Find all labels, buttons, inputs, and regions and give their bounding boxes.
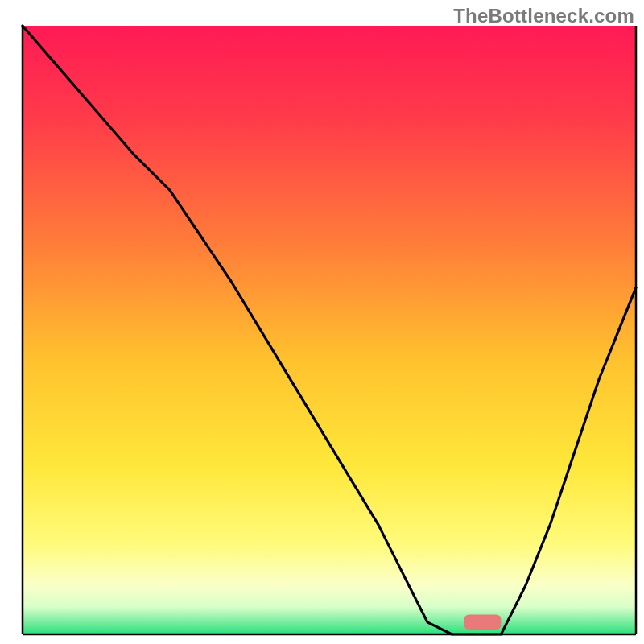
optimum-marker (464, 614, 502, 630)
chart-container: TheBottleneck.com (0, 0, 644, 644)
watermark-text: TheBottleneck.com (453, 5, 634, 27)
bottleneck-chart (0, 0, 644, 644)
